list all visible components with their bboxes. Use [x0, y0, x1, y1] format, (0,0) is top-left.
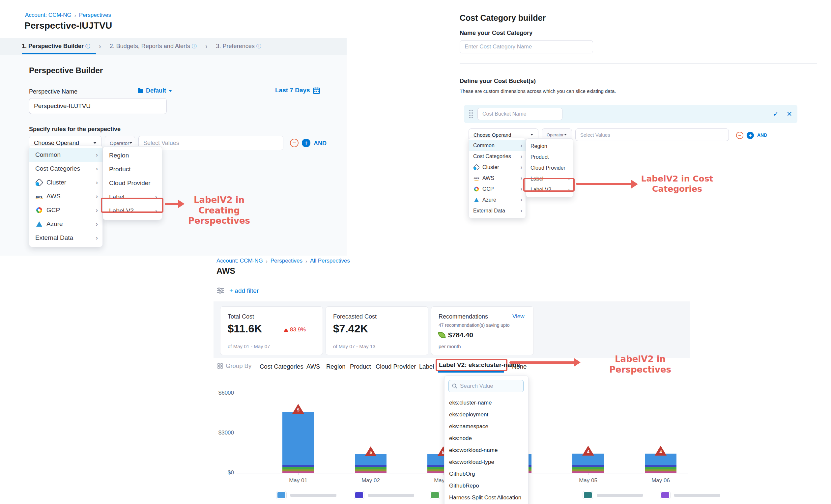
- menu-item-cost-categories[interactable]: Cost Categories›: [469, 151, 525, 162]
- legend-chip[interactable]: [660, 491, 670, 499]
- menu-item-cloud-provider[interactable]: Cloud Provider: [103, 176, 162, 190]
- breadcrumb-perspectives-link[interactable]: Perspectives: [270, 258, 303, 264]
- and-operator-button[interactable]: AND: [757, 132, 767, 138]
- perspective-name-input[interactable]: Perspective-IUJTVU: [29, 98, 167, 114]
- menu-item-product[interactable]: Product: [526, 151, 573, 162]
- legend-chip[interactable]: [277, 491, 286, 499]
- annotation-perspectives: LabelV2 inPerspectives: [602, 354, 678, 375]
- legend-chip[interactable]: [583, 491, 593, 499]
- total-cost-period: of May 01 - May 07: [228, 344, 270, 349]
- menu-item-external-data[interactable]: External Data›: [29, 231, 103, 245]
- value-option-eks-deployment[interactable]: eks:deployment: [445, 409, 528, 421]
- menu-item-label: Cluster: [482, 165, 518, 170]
- forecasted-cost-value: $7.42K: [333, 323, 368, 335]
- menu-item-product[interactable]: Product: [103, 162, 162, 176]
- tab-perspective-builder[interactable]: 1. Perspective Builder ⓘ: [22, 43, 90, 50]
- bar-may-05[interactable]: [572, 454, 604, 473]
- chevron-down-icon: [564, 134, 567, 136]
- legend-chip[interactable]: [430, 491, 440, 499]
- menu-item-gcp[interactable]: GCP›: [29, 203, 103, 217]
- groupby-active-label[interactable]: Label V2: eks:cluster-name: [439, 361, 520, 368]
- search-value-box[interactable]: Search Value: [449, 380, 523, 392]
- bar-segment: [572, 467, 604, 469]
- tab-budgets-reports-alerts[interactable]: 2. Budgets, Reports and Alerts ⓘ: [110, 43, 197, 50]
- cost-bucket-name-input[interactable]: Cost Bucket Name: [478, 108, 563, 120]
- menu-item-external-data[interactable]: External Data›: [469, 205, 525, 216]
- value-option-eks-workload-type[interactable]: eks:workload-type: [445, 456, 528, 468]
- value-option-harness-split-cost-allocation[interactable]: Harness-Split Cost Allocation: [445, 492, 528, 504]
- breadcrumb-account-link[interactable]: Account: CCM-NG: [25, 12, 71, 19]
- date-range-picker[interactable]: Last 7 Days: [275, 87, 320, 94]
- anomaly-badge-may-06[interactable]: 4: [655, 446, 666, 455]
- add-filter-button[interactable]: + add filter: [229, 287, 259, 295]
- tab-preferences[interactable]: 3. Preferences ⓘ: [216, 43, 261, 50]
- menu-item-common[interactable]: Common›: [29, 148, 103, 162]
- menu-item-cost-categories[interactable]: Cost Categories›: [29, 162, 103, 176]
- bar-may-01[interactable]: [282, 412, 314, 473]
- groupby-option-cost-categories[interactable]: Cost Categories: [260, 363, 304, 370]
- filter-icon[interactable]: [217, 288, 224, 294]
- bar-may-02[interactable]: [355, 454, 386, 473]
- groupby-option-aws[interactable]: AWS: [307, 363, 320, 370]
- chevron-right-icon: ›: [96, 207, 98, 214]
- remove-rule-button[interactable]: −: [736, 132, 743, 139]
- value-option-eks-workload-name[interactable]: eks:workload-name: [445, 444, 528, 456]
- groupby-option-label[interactable]: Label: [419, 363, 434, 370]
- folder-select[interactable]: Default: [138, 87, 172, 94]
- cost-bucket-panel: Cost Bucket Name ✓ ✕: [464, 105, 797, 123]
- remove-rule-button[interactable]: −: [290, 139, 298, 147]
- add-rule-button[interactable]: +: [302, 139, 310, 147]
- menu-item-azure[interactable]: Azure›: [469, 195, 525, 205]
- cost-buckets-desc: These are custom dimensions across which…: [460, 88, 616, 94]
- groupby-option-region[interactable]: Region: [326, 363, 346, 370]
- menu-item-region[interactable]: Region: [526, 141, 573, 151]
- legend-chip[interactable]: [354, 491, 364, 499]
- menu-item-common[interactable]: Common›: [469, 140, 525, 151]
- leaf-icon: [438, 331, 446, 338]
- value-option-githuborg[interactable]: GithubOrg: [445, 468, 528, 480]
- breadcrumb-perspectives-link[interactable]: Perspectives: [79, 12, 111, 19]
- x-axis-label: May 02: [354, 477, 387, 484]
- value-option-githubrepo[interactable]: GithubRepo: [445, 480, 528, 492]
- value-option-eks-namespace[interactable]: eks:namespace: [445, 421, 528, 433]
- drag-handle[interactable]: [469, 110, 473, 118]
- menu-item-label: Azure: [482, 197, 518, 203]
- y-axis-tick: $0: [216, 469, 234, 476]
- anomaly-badge-may-05[interactable]: 4: [582, 446, 594, 455]
- menu-item-cluster[interactable]: Cluster›: [469, 162, 525, 173]
- check-icon[interactable]: ✓: [773, 110, 779, 118]
- menu-item-label: AWS: [482, 175, 518, 181]
- groupby-option-cloud-provider[interactable]: Cloud Provider: [376, 363, 416, 370]
- breadcrumb-account-link[interactable]: Account: CCM-NG: [217, 258, 263, 264]
- select-values-input[interactable]: Select Values: [575, 128, 729, 141]
- breadcrumb-all-perspectives-link[interactable]: All Perspectives: [310, 258, 350, 264]
- and-operator-button[interactable]: AND: [314, 140, 326, 147]
- close-icon[interactable]: ✕: [786, 110, 792, 118]
- menu-item-cluster[interactable]: Cluster›: [29, 176, 103, 189]
- cost-category-name-label: Name your Cost Category: [460, 30, 533, 36]
- groupby-option-product[interactable]: Product: [350, 363, 371, 370]
- menu-item-azure[interactable]: Azure›: [29, 217, 103, 231]
- menu-item-label: Cloud Provider: [109, 180, 157, 187]
- chevron-right-icon: ›: [521, 143, 522, 149]
- annotation-arrow-head: [631, 180, 638, 188]
- savings-period: per month: [438, 344, 461, 349]
- bar-may-06[interactable]: [645, 454, 677, 473]
- value-option-eks-cluster-name[interactable]: eks:cluster-name: [445, 397, 528, 409]
- cost-bucket-name-placeholder: Cost Bucket Name: [482, 111, 526, 117]
- menu-item-aws[interactable]: awsAWS›: [469, 173, 525, 183]
- annotation-arrow: [509, 361, 575, 364]
- anomaly-badge-may-02[interactable]: 5: [365, 446, 377, 456]
- search-value-placeholder: Search Value: [460, 383, 493, 389]
- y-axis-tick: $6000: [216, 390, 234, 396]
- add-rule-button[interactable]: +: [747, 132, 754, 139]
- menu-item-aws[interactable]: awsAWS›: [29, 189, 103, 203]
- cost-category-name-input[interactable]: Enter Cost Category Name: [460, 40, 593, 53]
- menu-item-region[interactable]: Region: [103, 149, 162, 162]
- view-recommendations-link[interactable]: View: [512, 313, 524, 320]
- anomaly-badge-may-01[interactable]: 5: [292, 404, 304, 414]
- menu-item-gcp[interactable]: GCP›: [469, 183, 525, 195]
- menu-item-cloud-provider[interactable]: Cloud Provider: [526, 162, 573, 173]
- value-option-eks-node[interactable]: eks:node: [445, 433, 528, 444]
- total-cost-value: $11.6K: [228, 323, 262, 335]
